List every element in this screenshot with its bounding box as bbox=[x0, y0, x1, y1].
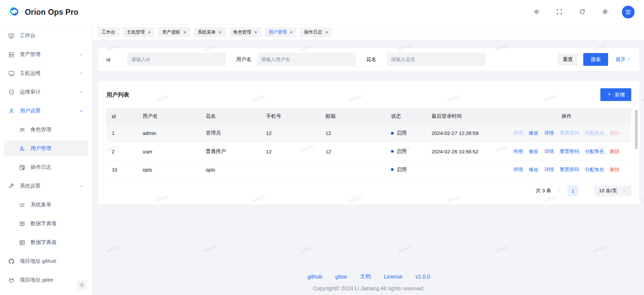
action-重置密码[interactable]: 重置密码 bbox=[560, 166, 579, 173]
collapse-icon bbox=[79, 282, 85, 289]
column-header-id: id bbox=[106, 108, 137, 124]
sidebar-item-asset-management[interactable]: 资产管理 bbox=[4, 47, 88, 62]
sidebar-item-system-settings[interactable]: 系统设置 bbox=[4, 178, 88, 194]
action-分配角色: 分配角色 bbox=[585, 130, 604, 136]
column-header-nickname: 花名 bbox=[200, 108, 261, 124]
tab-host-management[interactable]: 主机管理× bbox=[123, 27, 155, 37]
sidebar-item-user-management[interactable]: 用户管理 bbox=[4, 141, 88, 156]
action-详情[interactable]: 详情 bbox=[544, 166, 554, 173]
action-停用[interactable]: 停用 bbox=[513, 166, 523, 173]
action-修改[interactable]: 修改 bbox=[529, 130, 539, 136]
sidebar-item-operation-log[interactable]: 操作日志 bbox=[4, 159, 88, 175]
close-icon[interactable]: × bbox=[219, 30, 222, 35]
sidebar-item-workbench[interactable]: 工作台 bbox=[4, 28, 88, 44]
fullscreen-icon bbox=[556, 8, 563, 16]
action-修改[interactable]: 修改 bbox=[529, 166, 539, 173]
action-修改[interactable]: 修改 bbox=[529, 148, 539, 155]
add-user-label: 新增 bbox=[615, 92, 625, 98]
tab-workbench[interactable]: 工作台 bbox=[98, 27, 119, 37]
tab-asset-authorization[interactable]: 资产授权× bbox=[158, 27, 190, 37]
chevron-down-icon bbox=[79, 71, 84, 76]
sidebar-item-user-settings[interactable]: 用户设置 bbox=[4, 103, 88, 119]
cell-status: 启用 bbox=[386, 142, 426, 160]
sidebar-item-dict-values[interactable]: 数据字典值 bbox=[4, 235, 88, 250]
search-button[interactable]: 搜索 bbox=[583, 53, 608, 66]
action-分配角色[interactable]: 分配角色 bbox=[585, 166, 604, 173]
sidebar-item-host-ops[interactable]: 主机运维 bbox=[4, 65, 88, 81]
refresh-icon bbox=[579, 8, 586, 16]
tab-operation-log[interactable]: 操作日志× bbox=[300, 27, 332, 37]
cell-last_login_time: 2024-02-27 12:28:59 bbox=[426, 124, 502, 142]
fullscreen-button[interactable] bbox=[553, 6, 565, 18]
chevron-left-icon bbox=[557, 188, 562, 194]
tab-user-management[interactable]: 用户管理× bbox=[265, 27, 297, 37]
avatar[interactable]: 管 bbox=[622, 6, 635, 18]
content-area: id用户名花名 重置 搜索 展开 用户列表 bbox=[92, 40, 644, 295]
page-number-1[interactable]: 1 bbox=[567, 186, 578, 196]
sidebar-collapse-button[interactable] bbox=[77, 280, 87, 290]
footer-link-gitee[interactable]: gitee bbox=[335, 274, 347, 280]
username-input[interactable] bbox=[257, 53, 356, 66]
close-icon[interactable]: × bbox=[148, 30, 151, 35]
footer-link-docs[interactable]: 文档 bbox=[360, 273, 371, 280]
sidebar-item-github-link[interactable]: 项目地址 github bbox=[4, 253, 88, 269]
cell-actions: 停用修改详情重置密码分配角色删除 bbox=[502, 160, 631, 179]
column-header-actions: 操作 bbox=[502, 108, 631, 124]
logo[interactable]: Orion Ops Pro bbox=[7, 5, 79, 19]
close-icon[interactable]: × bbox=[254, 30, 257, 35]
sidebar-item-gitee-link[interactable]: 项目地址 gitee bbox=[4, 272, 88, 288]
action-重置密码[interactable]: 重置密码 bbox=[560, 148, 579, 155]
app-title: Orion Ops Pro bbox=[25, 8, 79, 17]
reset-button[interactable]: 重置 bbox=[558, 53, 578, 66]
action-详情[interactable]: 详情 bbox=[544, 148, 554, 155]
tab-role-management[interactable]: 角色管理× bbox=[229, 27, 261, 37]
status-dot bbox=[391, 168, 394, 171]
action-停用[interactable]: 停用 bbox=[513, 148, 523, 155]
log-icon bbox=[19, 164, 26, 171]
footer-link-version[interactable]: v1.0.0 bbox=[415, 274, 430, 280]
sidebar-item-label: 角色管理 bbox=[31, 126, 51, 133]
settings-button[interactable] bbox=[599, 6, 611, 18]
next-page-button[interactable] bbox=[584, 188, 589, 194]
cell-nickname: 普通用户 bbox=[200, 142, 261, 160]
sidebar-item-dict-keys[interactable]: 数据字典项 bbox=[4, 216, 88, 232]
page-size-select[interactable]: 10 条/页 bbox=[594, 186, 631, 196]
action-详情[interactable]: 详情 bbox=[544, 130, 554, 136]
nickname-input[interactable] bbox=[387, 53, 486, 66]
workbench-icon bbox=[8, 33, 15, 39]
sidebar-item-system-menu[interactable]: 系统菜单 bbox=[4, 197, 88, 213]
sidebar-item-label: 用户设置 bbox=[20, 107, 41, 114]
nickname-field-label: 花名 bbox=[366, 56, 387, 63]
refresh-button[interactable] bbox=[576, 6, 588, 18]
table-scrollbar-thumb[interactable] bbox=[635, 110, 638, 149]
cell-id: 10 bbox=[106, 160, 137, 179]
page-title: 用户列表 bbox=[106, 91, 129, 99]
cell-last_login_time: 2024-02-26 10:56:52 bbox=[426, 142, 502, 160]
add-user-button[interactable]: 新增 bbox=[600, 88, 631, 101]
footer-link-github[interactable]: github bbox=[307, 274, 322, 280]
column-header-email: 邮箱 bbox=[320, 108, 386, 124]
sidebar-item-label: 操作日志 bbox=[31, 164, 51, 171]
footer-link-license[interactable]: License bbox=[384, 274, 402, 280]
action-分配角色[interactable]: 分配角色 bbox=[585, 148, 604, 155]
table-header-bar: 用户列表 新增 bbox=[106, 88, 631, 101]
theme-button[interactable] bbox=[531, 6, 543, 18]
cell-username: admin bbox=[137, 124, 200, 142]
close-icon[interactable]: × bbox=[325, 30, 328, 35]
action-删除[interactable]: 删除 bbox=[610, 166, 620, 173]
sidebar-item-role-management[interactable]: 角色管理 bbox=[4, 122, 88, 138]
expand-toggle[interactable]: 展开 bbox=[615, 56, 631, 63]
id-input[interactable] bbox=[127, 53, 226, 66]
search-field-id: id bbox=[106, 53, 226, 66]
tab-label: 操作日志 bbox=[304, 29, 322, 35]
action-删除[interactable]: 删除 bbox=[610, 148, 620, 155]
tab-system-menu[interactable]: 系统菜单× bbox=[194, 27, 226, 37]
close-icon[interactable]: × bbox=[290, 30, 293, 35]
sidebar-item-label: 系统设置 bbox=[20, 183, 41, 190]
status-dot bbox=[391, 132, 394, 135]
tab-label: 用户管理 bbox=[269, 29, 287, 35]
prev-page-button[interactable] bbox=[557, 188, 562, 194]
sidebar-item-label: 工作台 bbox=[20, 32, 36, 39]
sidebar-item-ops-audit[interactable]: 运维审计 bbox=[4, 84, 88, 100]
close-icon[interactable]: × bbox=[183, 30, 186, 35]
